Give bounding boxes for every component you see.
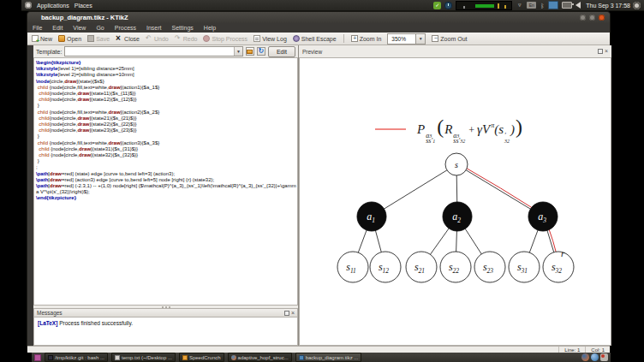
- combo-arrow-icon[interactable]: ▼: [415, 34, 425, 44]
- shell-icon: [293, 35, 300, 42]
- folder-icon: [247, 50, 253, 54]
- volume-icon[interactable]: [575, 2, 581, 9]
- toolbar-button-label: Undo: [154, 36, 169, 42]
- menu-go[interactable]: Go: [91, 25, 109, 31]
- new-button[interactable]: New: [32, 35, 52, 42]
- combo-arrow-icon[interactable]: ▼: [234, 47, 242, 56]
- firefox-launcher-icon[interactable]: [581, 353, 589, 361]
- gimp-launcher-icon[interactable]: [600, 353, 608, 361]
- new-icon: [32, 35, 39, 42]
- zoom-out-button[interactable]: Zoom Out: [432, 35, 467, 42]
- task-browser[interactable]: adaptive_hopf_struc...: [228, 353, 292, 362]
- code-line: child{node[circle,draw](state21){$s_{21}…: [36, 116, 296, 122]
- session-gear-icon[interactable]: [633, 2, 641, 9]
- messages-title: Messages: [37, 310, 63, 316]
- wifi-icon[interactable]: ▿: [516, 2, 523, 9]
- edit-template-button[interactable]: Edit: [268, 46, 295, 57]
- reload-icon: ↻: [259, 48, 265, 55]
- code-line: \tikzstyle{level 1}=[sibling distance=25…: [36, 66, 296, 72]
- menu-settings[interactable]: Settings: [167, 25, 199, 31]
- code-line: \node[circle,draw](state){$s$}: [36, 79, 296, 85]
- window-titlebar[interactable]: backup_diagram.tikz - KTikZ: [27, 12, 610, 23]
- menu-view[interactable]: View: [68, 25, 91, 31]
- float-panel-icon[interactable]: [598, 49, 603, 54]
- float-panel-icon[interactable]: [284, 311, 289, 316]
- clock-applet-icon[interactable]: [444, 2, 452, 9]
- task-speedcrunch[interactable]: SpeedCrunch: [179, 353, 224, 362]
- minimize-button[interactable]: [580, 15, 586, 21]
- toolbar-button-label: Save: [96, 36, 110, 42]
- code-line: child{node[circle,draw](state11){$s_{11}…: [36, 91, 296, 97]
- template-combo[interactable]: ▼: [64, 46, 243, 56]
- task-texteditor[interactable]: temp.txt (~/Desktop ...: [111, 353, 176, 362]
- ubuntu-logo-icon[interactable]: [25, 2, 32, 9]
- code-line: child{node[circle,draw](state12){$s_{12}…: [36, 97, 296, 103]
- clock-label[interactable]: Thu Sep 3 17:58: [583, 3, 633, 9]
- window-title: backup_diagram.tikz - KTikZ: [41, 14, 128, 21]
- zoom-level-combo[interactable]: 350%▼: [387, 33, 426, 45]
- maximize-button[interactable]: [589, 15, 595, 21]
- menu-file[interactable]: File: [27, 25, 47, 31]
- svg-text:s: s: [455, 160, 458, 169]
- editor-pane: Template: ▼ ↻ Edit \begin{tikzpicture}\t…: [33, 45, 299, 346]
- status-line: Line: 1: [558, 347, 585, 353]
- close-panel-icon[interactable]: ×: [605, 49, 608, 54]
- zin-icon: [351, 35, 358, 42]
- applications-menu[interactable]: Applications: [37, 3, 69, 9]
- stop-icon: [203, 35, 210, 42]
- reload-template-button[interactable]: ↻: [257, 47, 265, 56]
- code-editor[interactable]: \begin{tikzpicture}\tikzstyle{level 1}=[…: [33, 57, 298, 306]
- system-tray: ✓▿Enᛒ: [433, 1, 583, 10]
- display-icon[interactable]: [548, 1, 558, 9]
- menu-process[interactable]: Process: [110, 25, 141, 31]
- show-desktop-icon[interactable]: [34, 354, 41, 361]
- close-panel-icon[interactable]: ×: [291, 311, 295, 316]
- system-monitor-applet[interactable]: [456, 1, 512, 10]
- code-line: ;: [36, 164, 296, 170]
- menubar: FileEditViewGoProcessInsertSettingsHelp: [27, 23, 610, 33]
- code-line: }: [36, 134, 296, 139]
- close-button[interactable]: Close: [116, 35, 140, 42]
- zoom-in-button[interactable]: Zoom In: [351, 35, 382, 42]
- task-button-label: backup_diagram.tikz ...: [306, 355, 359, 360]
- undo-button: Undo: [146, 35, 169, 42]
- template-row: Template: ▼ ↻ Edit: [33, 45, 298, 57]
- code-line: }: [36, 103, 296, 109]
- save-icon: [87, 35, 94, 42]
- task-ktikz-icon: [299, 355, 304, 360]
- template-label: Template:: [36, 49, 62, 55]
- bluetooth-icon[interactable]: ᛒ: [540, 2, 545, 9]
- open-template-button[interactable]: [246, 47, 254, 56]
- close-window-button[interactable]: [599, 15, 605, 21]
- toolbar-button-label: Redo: [183, 36, 198, 42]
- task-terminal-icon: [48, 355, 53, 360]
- battery-icon[interactable]: [562, 2, 572, 9]
- formula-math: Pa3ss′1(Ra3ss′32+γVπ(s′32)): [417, 116, 523, 144]
- task-terminal[interactable]: /tmp/ktikz.git : bash ...: [45, 353, 108, 362]
- places-menu[interactable]: Places: [75, 3, 92, 9]
- open-button[interactable]: Open: [58, 35, 81, 42]
- save-button: Save: [87, 35, 110, 42]
- toolbar-button-label: Zoom Out: [440, 36, 467, 42]
- toolbar-button-label: View Log: [262, 36, 287, 42]
- menu-help[interactable]: Help: [199, 25, 221, 31]
- view-log-button[interactable]: View Log: [253, 35, 287, 42]
- updates-icon[interactable]: ✓: [433, 2, 441, 9]
- globe-launcher-icon[interactable]: [591, 353, 599, 361]
- stop-process-button: Stop Process: [203, 35, 247, 42]
- code-line: child {node[circle,draw](state31){$s_{31…: [36, 146, 296, 152]
- code-line: child {node[circle,draw](state32){$s_{32…: [36, 152, 296, 158]
- red-legend-line: [375, 128, 406, 130]
- keyboard-layout-badge[interactable]: En: [527, 2, 536, 9]
- svg-text:r: r: [561, 248, 565, 258]
- menu-edit[interactable]: Edit: [47, 25, 68, 31]
- zout-icon: [432, 35, 438, 42]
- shell-escape-button[interactable]: Shell Escape: [293, 35, 337, 42]
- preview-pane: Preview × Pa3ss′1(Ra3ss′32+γVπ(s′32)) sa…: [299, 45, 611, 346]
- ktikz-window: backup_diagram.tikz - KTikZ FileEditView…: [27, 11, 611, 352]
- task-speedcrunch-icon: [182, 355, 188, 360]
- code-line: child {node[circle,fill,text=white,draw]…: [36, 85, 296, 91]
- task-ktikz[interactable]: backup_diagram.tikz ...: [295, 353, 362, 362]
- menu-insert[interactable]: Insert: [141, 25, 167, 31]
- desktop-top-panel: Applications Places ✓▿Enᛒ Thu Sep 3 17:5…: [21, 0, 644, 11]
